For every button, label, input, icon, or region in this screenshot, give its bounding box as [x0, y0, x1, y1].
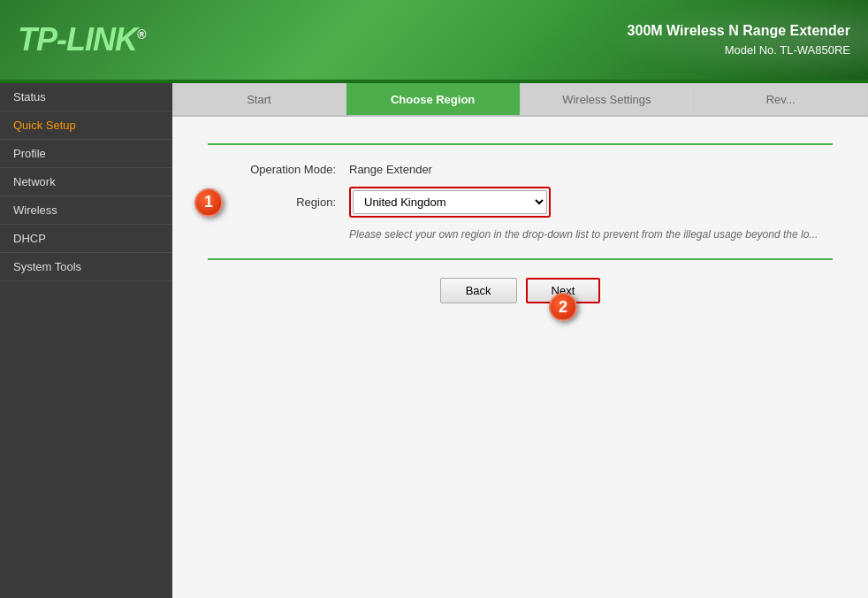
header: TP-LINK® 300M Wireless N Range Extender …	[0, 0, 868, 80]
region-row: 1 Region: United Kingdom United States G…	[208, 187, 833, 218]
main-layout: Status Quick Setup Profile Network Wirel…	[0, 83, 868, 598]
button-row: Back Next 2	[208, 278, 833, 303]
operation-mode-label: Operation Mode:	[208, 163, 349, 176]
step-start: Start	[172, 83, 346, 115]
sidebar-item-network[interactable]: Network	[0, 168, 172, 196]
step-wireless-settings: Wireless Settings	[521, 83, 695, 115]
operation-mode-row: Operation Mode: Range Extender	[208, 163, 833, 176]
device-info: 300M Wireless N Range Extender Model No.…	[628, 20, 850, 59]
content-area: Start Choose Region Wireless Settings Re…	[172, 83, 868, 598]
region-hint: Please select your own region in the dro…	[349, 228, 833, 241]
region-select[interactable]: United Kingdom United States Germany Fra…	[353, 190, 547, 214]
form-section: Operation Mode: Range Extender 1 Region:…	[208, 143, 833, 260]
sidebar-item-dhcp[interactable]: DHCP	[0, 225, 172, 253]
annotation-two: 2	[549, 293, 577, 321]
region-select-wrapper: United Kingdom United States Germany Fra…	[349, 187, 551, 218]
annotation-one: 1	[194, 188, 223, 217]
device-name: 300M Wireless N Range Extender	[628, 20, 850, 42]
sidebar-item-quick-setup[interactable]: Quick Setup	[0, 111, 172, 140]
operation-mode-value: Range Extender	[349, 163, 432, 176]
sidebar-item-wireless[interactable]: Wireless	[0, 196, 172, 225]
region-label: Region:	[208, 196, 349, 209]
back-button[interactable]: Back	[440, 278, 517, 303]
steps-bar: Start Choose Region Wireless Settings Re…	[172, 83, 868, 117]
form-area: Operation Mode: Range Extender 1 Region:…	[172, 117, 868, 330]
step-choose-region: Choose Region	[346, 83, 521, 115]
sidebar-item-status[interactable]: Status	[0, 83, 172, 111]
logo-text: TP-LINK	[18, 21, 137, 58]
logo: TP-LINK®	[18, 21, 145, 58]
sidebar-item-system-tools[interactable]: System Tools	[0, 253, 172, 281]
logo-registered: ®	[137, 27, 145, 42]
sidebar: Status Quick Setup Profile Network Wirel…	[0, 83, 172, 598]
model-number: Model No. TL-WA850RE	[628, 42, 850, 59]
sidebar-item-profile[interactable]: Profile	[0, 140, 172, 168]
step-review: Rev...	[694, 83, 868, 115]
